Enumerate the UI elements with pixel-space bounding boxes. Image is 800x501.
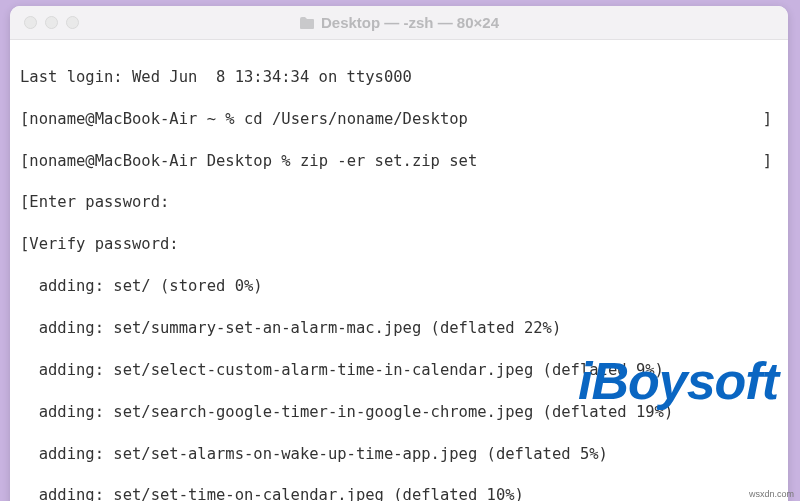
watermark-logo: iBoysoft	[578, 351, 778, 411]
close-icon[interactable]	[24, 16, 37, 29]
minimize-icon[interactable]	[45, 16, 58, 29]
terminal-line: [noname@MacBook-Air ~ % cd /Users/noname…	[20, 109, 778, 130]
window-title-text: Desktop — -zsh — 80×24	[321, 14, 499, 31]
terminal-line: adding: set/set-time-on-calendar.jpeg (d…	[20, 485, 778, 501]
terminal-line: adding: set/set-alarms-on-wake-up-time-a…	[20, 444, 778, 465]
terminal-line: Last login: Wed Jun 8 13:34:34 on ttys00…	[20, 67, 778, 88]
terminal-window: Desktop — -zsh — 80×24 Last login: Wed J…	[10, 6, 788, 501]
terminal-line: [Verify password:	[20, 234, 778, 255]
window-title: Desktop — -zsh — 80×24	[10, 14, 788, 31]
terminal-line: adding: set/summary-set-an-alarm-mac.jpe…	[20, 318, 778, 339]
terminal-line: [noname@MacBook-Air Desktop % zip -er se…	[20, 151, 778, 172]
titlebar: Desktop — -zsh — 80×24	[10, 6, 788, 40]
zoom-icon[interactable]	[66, 16, 79, 29]
terminal-line: [Enter password:	[20, 192, 778, 213]
folder-icon	[299, 16, 315, 30]
terminal-line: adding: set/ (stored 0%)	[20, 276, 778, 297]
window-controls	[10, 16, 79, 29]
source-attribution: wsxdn.com	[749, 489, 794, 499]
terminal-body[interactable]: Last login: Wed Jun 8 13:34:34 on ttys00…	[10, 40, 788, 501]
